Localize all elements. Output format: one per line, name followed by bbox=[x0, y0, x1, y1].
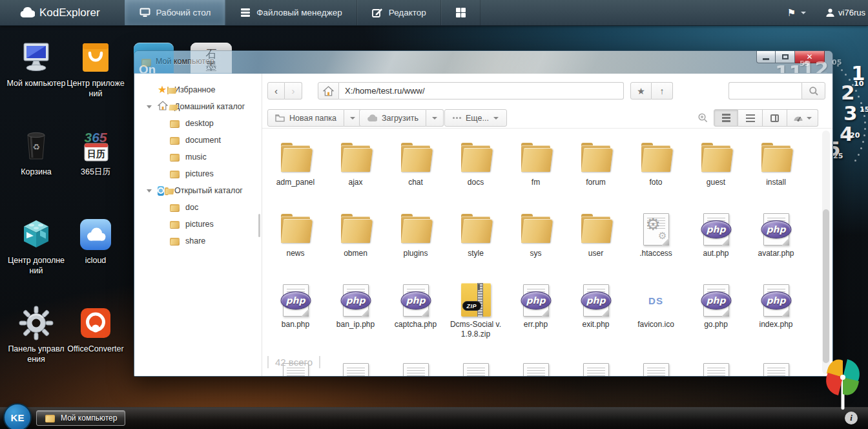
file-grid: php ⚙⚙ ZIP adm_panel bbox=[265, 131, 818, 376]
tree-item[interactable]: ★ pictures bbox=[134, 216, 262, 233]
sidebar-scrollbar[interactable] bbox=[258, 214, 260, 237]
calendar-365-icon: 365 日历 bbox=[78, 129, 113, 163]
file-item-partial[interactable] bbox=[326, 351, 386, 377]
desktop-icon-365-calendar[interactable]: 365 日历 365日历 bbox=[66, 129, 125, 217]
user-menu[interactable]: vi76rus bbox=[825, 8, 865, 17]
file-item[interactable]: php ⚙⚙ ZIP ban_ip.php bbox=[326, 273, 386, 351]
file-item[interactable]: php ⚙⚙ ZIP plugins bbox=[386, 202, 446, 273]
search-button[interactable] bbox=[801, 82, 825, 99]
file-item-partial[interactable] bbox=[386, 351, 446, 377]
file-item[interactable]: php ⚙⚙ ZIP index.php bbox=[746, 273, 806, 351]
tree-item[interactable]: ★ desktop bbox=[134, 115, 262, 132]
file-item[interactable]: php ⚙⚙ ZIP .htaccess bbox=[626, 202, 686, 273]
minimize-button[interactable] bbox=[756, 51, 776, 63]
upload-button[interactable]: Загрузить bbox=[359, 109, 426, 127]
file-item[interactable]: php ⚙⚙ ZIP forum bbox=[566, 131, 626, 202]
file-name: install bbox=[766, 178, 786, 187]
file-item-partial[interactable] bbox=[506, 351, 566, 377]
view-grid-button[interactable] bbox=[714, 109, 738, 127]
cloud-logo-icon bbox=[19, 7, 35, 18]
file-item[interactable]: php ⚙⚙ ZIP news bbox=[265, 202, 326, 273]
tree-item[interactable]: ★ Открытый каталог bbox=[134, 182, 262, 199]
topbar-tab[interactable]: Рабочий стол bbox=[125, 0, 226, 25]
tree-item[interactable]: ★ Домашний каталог bbox=[134, 98, 262, 115]
vertical-scrollbar[interactable] bbox=[822, 131, 830, 374]
tab-apps-grid[interactable] bbox=[441, 0, 480, 25]
file-item[interactable]: php ⚙⚙ ZIP install bbox=[746, 131, 806, 202]
desktop-icon-control-panel[interactable]: Панель управления bbox=[6, 306, 66, 394]
desktop-icon-my-computer[interactable]: Мой компьютер bbox=[6, 40, 66, 129]
forward-button[interactable]: › bbox=[285, 82, 302, 99]
maximize-button[interactable] bbox=[776, 51, 795, 63]
file-item[interactable]: php ⚙⚙ ZIP chat bbox=[386, 131, 446, 202]
topbar-tab[interactable]: Редактор bbox=[357, 0, 441, 25]
view-columns-button[interactable] bbox=[763, 109, 787, 127]
app-logo[interactable]: KodExplorer bbox=[0, 0, 125, 25]
file-item[interactable]: php ⚙⚙ ZIP Dcms-Social v. 1.9.8.zip bbox=[446, 273, 506, 351]
scrollbar-thumb[interactable] bbox=[823, 209, 829, 363]
tree-item[interactable]: ★ Избранное bbox=[134, 81, 262, 98]
file-item[interactable]: php ⚙⚙ ZIP docs bbox=[446, 131, 506, 202]
more-button[interactable]: Еще... bbox=[444, 109, 507, 127]
file-item-partial[interactable] bbox=[446, 351, 506, 377]
favorite-star-button[interactable]: ★ bbox=[630, 82, 652, 99]
taskbar-task-my-computer[interactable]: Мой компьютер bbox=[36, 410, 125, 426]
folder-icon bbox=[517, 211, 555, 246]
file-item[interactable]: php ⚙⚙ ZIP err.php bbox=[506, 273, 566, 351]
desktop-icon bbox=[140, 8, 150, 17]
file-item[interactable]: php ⚙⚙ ZIP sys bbox=[506, 202, 566, 273]
view-list-button[interactable] bbox=[738, 109, 763, 127]
file-item[interactable]: php ⚙⚙ ZIP ban.php bbox=[265, 273, 326, 351]
file-item[interactable]: php ⚙⚙ ZIP aut.php bbox=[686, 202, 746, 273]
tree-item[interactable]: ★ music bbox=[134, 149, 262, 165]
file-item[interactable]: php ⚙⚙ ZIP user bbox=[566, 202, 626, 273]
star-icon: ★ bbox=[158, 85, 167, 95]
back-button[interactable]: ‹ bbox=[267, 82, 285, 99]
list-view-icon bbox=[746, 114, 755, 122]
close-button[interactable]: ✕ bbox=[795, 51, 825, 63]
address-input[interactable] bbox=[339, 82, 624, 99]
file-item[interactable]: php ⚙⚙ ZIP obmen bbox=[326, 202, 386, 273]
tree-item[interactable]: ★ doc bbox=[134, 199, 262, 216]
zoom-icon[interactable] bbox=[698, 112, 708, 123]
pinwheel-widget[interactable] bbox=[822, 355, 864, 412]
topbar-tab[interactable]: Файловый менеджер bbox=[225, 0, 356, 25]
info-button[interactable]: i bbox=[845, 412, 858, 424]
tree-expander-icon[interactable] bbox=[147, 189, 152, 193]
tree-item-label: pictures bbox=[185, 220, 214, 229]
up-directory-button[interactable]: ↑ bbox=[652, 82, 673, 99]
desktop-icon-icloud[interactable]: icloud bbox=[66, 217, 125, 306]
file-item[interactable]: php ⚙⚙ ZIP foto bbox=[626, 131, 686, 202]
desktop-icon-app-center[interactable]: Центр приложений bbox=[66, 40, 125, 129]
tree-item[interactable]: ★ document bbox=[134, 132, 262, 149]
file-item[interactable]: php ⚙⚙ ZIP ajax bbox=[326, 131, 386, 202]
tree-item[interactable]: ★ share bbox=[134, 233, 262, 249]
language-flag-button[interactable]: ⚑ bbox=[787, 7, 806, 19]
search-input[interactable] bbox=[728, 82, 801, 99]
file-item-partial[interactable] bbox=[626, 351, 686, 377]
file-item[interactable]: php ⚙⚙ ZIP go.php bbox=[686, 273, 746, 351]
desktop-icon-recycle-bin[interactable]: ♻ Корзина bbox=[6, 129, 66, 217]
tree-expander-icon[interactable] bbox=[147, 105, 152, 109]
file-item-partial[interactable] bbox=[746, 351, 806, 377]
desktop-icon-office-converter[interactable]: OfficeConverter bbox=[66, 306, 125, 394]
file-item[interactable]: php ⚙⚙ ZIP fm bbox=[506, 131, 566, 202]
file-item-partial[interactable] bbox=[686, 351, 746, 377]
file-item[interactable]: php ⚙⚙ ZIP exit.php bbox=[566, 273, 626, 351]
file-item-partial[interactable] bbox=[566, 351, 626, 377]
file-item[interactable]: php ⚙⚙ ZIP captcha.php bbox=[386, 273, 446, 351]
tree-item[interactable]: ★ pictures bbox=[134, 165, 262, 182]
desktop-icon-addons-center[interactable]: Центр дополнений bbox=[6, 217, 66, 306]
file-item[interactable]: php ⚙⚙ ZIP guest bbox=[686, 131, 746, 202]
home-button[interactable] bbox=[318, 82, 339, 99]
file-item[interactable]: php ⚙⚙ ZIP avatar.php bbox=[746, 202, 806, 273]
view-options-button[interactable] bbox=[787, 109, 818, 127]
file-item[interactable]: php ⚙⚙ ZIP DS favicon.ico bbox=[626, 273, 686, 351]
new-folder-button[interactable]: Новая папка bbox=[267, 109, 344, 127]
start-button[interactable]: KE bbox=[3, 403, 32, 429]
file-item[interactable]: php ⚙⚙ ZIP adm_panel bbox=[265, 131, 326, 202]
gears-icon: ⚙⚙ bbox=[644, 214, 668, 245]
window-titlebar[interactable]: Мой компьютер ✕ bbox=[134, 51, 832, 74]
file-item[interactable]: php ⚙⚙ ZIP style bbox=[446, 202, 506, 273]
upload-dropdown[interactable] bbox=[426, 109, 444, 127]
